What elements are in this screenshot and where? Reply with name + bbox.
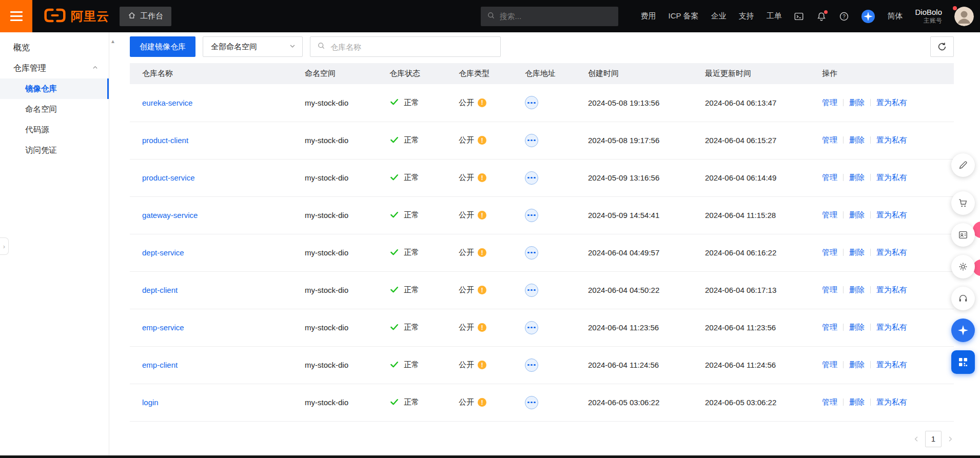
delete-link[interactable]: 删除	[849, 135, 865, 144]
repo-name-link[interactable]: product-service	[142, 173, 195, 182]
manage-link[interactable]: 管理	[822, 323, 837, 331]
scrollbar-up-arrow[interactable]: ▲	[110, 38, 115, 44]
set-private-link[interactable]: 置为私有	[876, 98, 907, 107]
search-icon	[317, 42, 325, 52]
repo-address-ellipsis-icon[interactable]	[525, 209, 538, 222]
set-private-link[interactable]: 置为私有	[876, 210, 907, 219]
manage-link[interactable]: 管理	[822, 173, 837, 182]
manage-link[interactable]: 管理	[822, 135, 837, 144]
sidebar-item-namespaces[interactable]: 命名空间	[0, 99, 109, 120]
warning-icon[interactable]: !	[478, 286, 486, 294]
settings-icon[interactable]	[951, 255, 975, 278]
sidebar-item-code-source[interactable]: 代码源	[0, 120, 109, 140]
set-private-link[interactable]: 置为私有	[876, 248, 907, 256]
manage-link[interactable]: 管理	[822, 285, 837, 294]
status-label: 正常	[404, 285, 419, 295]
warning-icon[interactable]: !	[478, 211, 486, 220]
avatar[interactable]	[954, 7, 974, 26]
delete-link[interactable]: 删除	[849, 173, 865, 182]
warning-icon[interactable]: !	[478, 361, 486, 369]
set-private-link[interactable]: 置为私有	[876, 135, 907, 144]
repo-address-ellipsis-icon[interactable]	[525, 134, 538, 147]
create-repo-button[interactable]: 创建镜像仓库	[130, 36, 195, 57]
set-private-link[interactable]: 置为私有	[876, 285, 907, 294]
repo-name-link[interactable]: dept-service	[142, 248, 184, 257]
console-icon[interactable]	[794, 11, 804, 22]
repo-name-link[interactable]: login	[142, 398, 159, 407]
manage-link[interactable]: 管理	[822, 98, 837, 107]
set-private-link[interactable]: 置为私有	[876, 360, 907, 369]
warning-icon[interactable]: !	[478, 323, 486, 332]
sidebar-item-image-repos[interactable]: 镜像仓库	[0, 78, 109, 99]
repo-search-input[interactable]	[330, 43, 494, 51]
edit-icon[interactable]	[951, 153, 975, 177]
assistant-compass-icon[interactable]	[951, 318, 975, 342]
cart-icon[interactable]	[951, 191, 975, 215]
warning-icon[interactable]: !	[478, 398, 486, 407]
bell-icon[interactable]	[816, 11, 827, 22]
manage-link[interactable]: 管理	[822, 397, 837, 406]
repo-name-link[interactable]: product-client	[142, 136, 188, 145]
repo-address-ellipsis-icon[interactable]	[525, 396, 538, 409]
repo-address-ellipsis-icon[interactable]	[525, 171, 538, 185]
set-private-link[interactable]: 置为私有	[876, 397, 907, 406]
nav-tickets[interactable]: 工单	[766, 11, 781, 21]
compass-icon[interactable]	[861, 10, 875, 23]
repo-name-link[interactable]: emp-service	[142, 323, 184, 332]
namespace-select[interactable]: 全部命名空间	[203, 36, 303, 57]
namespace-select-value: 全部命名空间	[211, 42, 257, 52]
set-private-link[interactable]: 置为私有	[876, 173, 907, 182]
warning-icon[interactable]: !	[478, 98, 486, 107]
set-private-link[interactable]: 置为私有	[876, 323, 907, 331]
global-search[interactable]	[481, 7, 618, 26]
user-block[interactable]: DioBolo 主账号	[915, 8, 942, 25]
warning-icon[interactable]: !	[478, 173, 486, 182]
delete-link[interactable]: 删除	[849, 98, 865, 107]
delete-link[interactable]: 删除	[849, 248, 865, 256]
help-icon[interactable]: ?	[839, 11, 849, 22]
warning-icon[interactable]: !	[478, 136, 486, 145]
page-number[interactable]: 1	[925, 431, 942, 447]
prev-page-icon[interactable]	[913, 435, 920, 443]
repo-address-ellipsis-icon[interactable]	[525, 359, 538, 372]
manage-link[interactable]: 管理	[822, 360, 837, 369]
sidebar-group-repo-management[interactable]: 仓库管理	[0, 58, 109, 78]
repo-address-ellipsis-icon[interactable]	[525, 321, 538, 334]
nav-support[interactable]: 支持	[738, 11, 754, 21]
nav-enterprise[interactable]: 企业	[711, 11, 726, 21]
delete-link[interactable]: 删除	[849, 397, 865, 406]
repo-table: 仓库名称 命名空间 仓库状态 仓库类型 仓库地址 创建时间 最近更新时间 操作 …	[130, 63, 954, 422]
nav-icp[interactable]: ICP 备案	[669, 11, 699, 21]
repo-address-ellipsis-icon[interactable]	[525, 284, 538, 297]
delete-link[interactable]: 删除	[849, 360, 865, 369]
sidebar-item-overview[interactable]: 概览	[0, 37, 109, 58]
repo-address-ellipsis-icon[interactable]	[525, 246, 538, 260]
global-search-input[interactable]	[500, 12, 612, 21]
status-ok-icon	[389, 135, 399, 146]
language-switch[interactable]: 简体	[887, 11, 903, 21]
repo-search[interactable]	[310, 36, 501, 57]
repo-name-link[interactable]: eureka-service	[142, 98, 192, 107]
contact-card-icon[interactable]	[951, 223, 975, 247]
repo-name-link[interactable]: gateway-service	[142, 211, 198, 220]
nav-billing[interactable]: 费用	[641, 11, 656, 21]
refresh-button[interactable]	[930, 36, 954, 57]
delete-link[interactable]: 删除	[849, 323, 865, 331]
repo-name-link[interactable]: dept-client	[142, 286, 178, 294]
qrcode-icon[interactable]	[951, 350, 975, 374]
repo-name-link[interactable]: emp-client	[142, 361, 178, 369]
headset-icon[interactable]	[951, 287, 975, 310]
sidebar-item-access-credentials[interactable]: 访问凭证	[0, 140, 109, 161]
manage-link[interactable]: 管理	[822, 248, 837, 256]
workbench-button[interactable]: 工作台	[120, 7, 171, 26]
manage-link[interactable]: 管理	[822, 210, 837, 219]
aliyun-logo[interactable]: 阿里云	[44, 8, 109, 25]
repo-address-ellipsis-icon[interactable]	[525, 96, 538, 109]
col-status: 仓库状态	[389, 63, 459, 84]
menu-icon[interactable]	[0, 0, 32, 32]
sidebar-expand-handle[interactable]: ›	[0, 237, 9, 255]
warning-icon[interactable]: !	[478, 248, 486, 257]
delete-link[interactable]: 删除	[849, 210, 865, 219]
next-page-icon[interactable]	[947, 435, 954, 443]
delete-link[interactable]: 删除	[849, 285, 865, 294]
